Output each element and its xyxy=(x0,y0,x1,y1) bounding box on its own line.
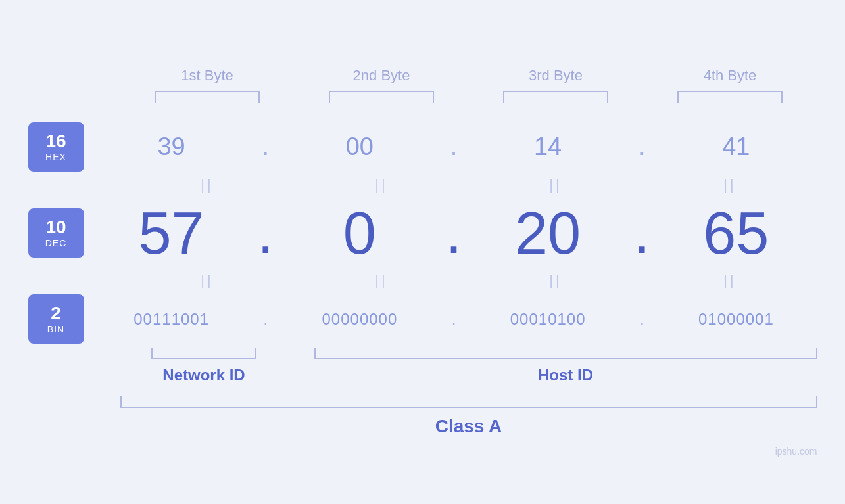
bin-badge: 2 BIN xyxy=(28,294,84,344)
equal-1-1: || xyxy=(120,177,295,194)
network-id-label: Network ID xyxy=(162,366,245,384)
equal-1-3: || xyxy=(469,177,643,194)
byte3-header: 3rd Byte xyxy=(469,67,643,84)
bin-base-number: 2 xyxy=(51,304,61,324)
dec-val-1: 57 xyxy=(91,204,253,263)
hex-val-2: 00 xyxy=(279,133,441,161)
dec-base-number: 10 xyxy=(45,218,66,238)
network-id-section: Network ID xyxy=(120,348,288,384)
watermark: ipshu.com xyxy=(775,446,817,457)
top-bracket-4 xyxy=(677,91,783,103)
bin-sep-1: . xyxy=(253,310,279,329)
byte2-header: 2nd Byte xyxy=(295,67,469,84)
byte4-header: 4th Byte xyxy=(643,67,817,84)
bin-sep-3: . xyxy=(629,310,655,329)
bin-val-2: 00000000 xyxy=(279,310,441,329)
bin-val-3: 00010100 xyxy=(467,310,629,329)
top-bracket-3 xyxy=(503,91,608,103)
dec-base-label: DEC xyxy=(45,238,67,248)
hex-sep-1: . xyxy=(253,133,279,161)
dec-val-2: 0 xyxy=(279,204,441,263)
equal-1-2: || xyxy=(295,177,469,194)
hex-base-label: HEX xyxy=(45,152,66,162)
hex-val-3: 14 xyxy=(467,133,629,161)
equal-2-4: || xyxy=(643,272,817,289)
top-bracket-1 xyxy=(155,91,260,103)
hex-badge: 16 HEX xyxy=(28,122,84,172)
host-id-bracket xyxy=(314,348,817,359)
hex-sep-3: . xyxy=(629,133,655,161)
hex-sep-2: . xyxy=(441,133,467,161)
equal-2-1: || xyxy=(120,272,295,289)
hex-val-4: 41 xyxy=(655,133,817,161)
equal-1-4: || xyxy=(643,177,817,194)
dec-sep-2: . xyxy=(441,199,467,267)
dec-sep-3: . xyxy=(629,199,655,267)
hex-val-1: 39 xyxy=(91,133,253,161)
dec-val-3: 20 xyxy=(467,204,629,263)
class-bracket xyxy=(120,396,817,408)
bin-val-1: 00111001 xyxy=(91,310,253,329)
dec-badge: 10 DEC xyxy=(28,208,84,258)
bin-sep-2: . xyxy=(441,310,467,329)
hex-base-number: 16 xyxy=(45,131,66,152)
bin-val-4: 01000001 xyxy=(655,310,817,329)
host-id-label: Host ID xyxy=(538,366,593,384)
class-label: Class A xyxy=(435,416,502,437)
network-id-bracket xyxy=(151,348,256,359)
dec-sep-1: . xyxy=(253,199,279,267)
dec-val-4: 65 xyxy=(655,204,817,263)
bin-base-label: BIN xyxy=(47,324,64,334)
byte1-header: 1st Byte xyxy=(120,67,295,84)
host-id-section: Host ID xyxy=(314,348,817,384)
equal-2-2: || xyxy=(295,272,469,289)
top-bracket-2 xyxy=(329,91,434,103)
equal-2-3: || xyxy=(469,272,643,289)
